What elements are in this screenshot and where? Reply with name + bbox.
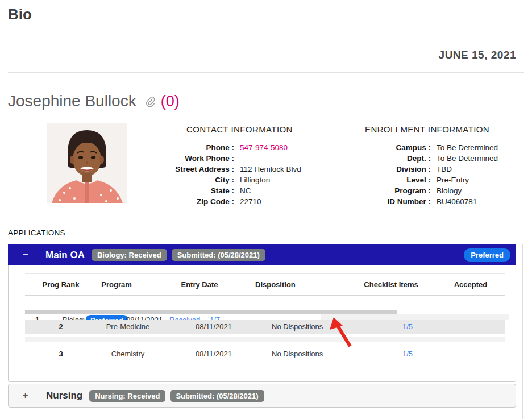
- field-label: Division :: [341, 164, 431, 175]
- status-badge: Biology: Received: [92, 249, 167, 261]
- field-label: City :: [159, 175, 234, 185]
- contact-info-heading: CONTACT INFORMATION: [186, 125, 293, 134]
- divider: [25, 273, 505, 274]
- enrollment-info-list: Campus : To Be Determined Dept. : To Be …: [341, 142, 498, 207]
- field-label: Zip Code :: [159, 196, 234, 207]
- row-program: Pre-Medicine: [106, 322, 150, 331]
- application-section-nursing[interactable]: + Nursing Nursing: Received Submitted: (…: [8, 384, 516, 408]
- field-value: To Be Determined: [431, 142, 498, 153]
- field-value: TBD: [431, 164, 498, 175]
- row-entry-date: 08/11/2021: [196, 322, 232, 331]
- enrollment-row-division: Division : TBD: [341, 164, 498, 175]
- field-value: BU4060781: [431, 196, 498, 207]
- row-program: Chemistry: [111, 350, 145, 358]
- submitted-badge: Submitted: (05/28/2021): [172, 249, 265, 261]
- section-title: Main OA: [45, 250, 85, 261]
- field-label: Level :: [341, 175, 431, 185]
- applications-heading: APPLICATIONS: [8, 229, 65, 237]
- enrollment-row-program: Program : Biology: [341, 185, 498, 196]
- col-header-prog-rank: Prog Rank: [42, 280, 79, 289]
- row-disposition: No Dispositions: [272, 350, 323, 358]
- contact-row-street: Street Address : 112 Hemlock Blvd: [159, 164, 301, 175]
- field-value: Biology: [431, 185, 498, 196]
- row-entry-date: 08/11/2021: [196, 350, 232, 358]
- field-value: [234, 153, 301, 164]
- contact-row-zip: Zip Code : 22710: [159, 196, 301, 207]
- table-row-pre-medicine[interactable]: 2 Pre-Medicine 08/11/2021 No Disposition…: [25, 320, 505, 334]
- field-value: NC: [234, 185, 301, 196]
- status-badge: Nursing: Received: [89, 390, 165, 402]
- field-value: To Be Determined: [431, 153, 498, 164]
- table-row-chemistry[interactable]: 3 Chemistry 08/11/2021 No Dispositions 1…: [25, 343, 505, 364]
- divider: [25, 295, 505, 296]
- enrollment-row-id-number: ID Number : BU4060781: [341, 196, 498, 207]
- contact-row-city: City : Lillington: [159, 175, 301, 185]
- row-highlight: [25, 337, 505, 342]
- field-label: ID Number :: [341, 196, 431, 207]
- enrollment-row-campus: Campus : To Be Determined: [341, 142, 498, 153]
- drag-cursor-arrow-icon: [329, 316, 352, 350]
- field-value: Lillington: [234, 175, 301, 185]
- row-disposition: No Dispositions: [272, 322, 323, 331]
- attachment-count-link[interactable]: (0): [161, 93, 180, 110]
- col-header-disposition: Disposition: [255, 280, 296, 289]
- col-header-accepted: Accepted: [454, 280, 488, 289]
- submitted-badge: Submitted: (05/28/2021): [170, 390, 264, 402]
- contact-row-state: State : NC: [159, 185, 301, 196]
- field-value: 22710: [234, 196, 301, 207]
- col-header-entry-date: Entry Date: [181, 280, 218, 289]
- col-header-program: Program: [101, 280, 131, 289]
- student-header: Josephine Bullock (0): [8, 92, 180, 110]
- expand-icon[interactable]: +: [23, 391, 33, 401]
- page-title: Bio: [8, 6, 32, 23]
- phone-link[interactable]: 547-974-5080: [240, 143, 288, 152]
- field-value: 112 Hemlock Blvd: [234, 164, 301, 175]
- student-name: Josephine Bullock: [8, 92, 136, 110]
- preferred-badge: Preferred: [464, 248, 510, 262]
- divider: [522, 244, 523, 419]
- col-header-checklist-items: Checklist Items: [364, 280, 418, 289]
- enrollment-info-heading: ENROLLMENT INFORMATION: [365, 125, 489, 134]
- collapse-icon[interactable]: −: [23, 250, 33, 261]
- enrollment-row-level: Level : Pre-Entry: [341, 175, 498, 185]
- contact-info-list: Phone : 547-974-5080 Work Phone : Street…: [159, 142, 301, 207]
- enrollment-row-dept: Dept. : To Be Determined: [341, 153, 498, 164]
- field-label: Dept. :: [341, 153, 431, 164]
- divider: [8, 72, 524, 73]
- field-label: State :: [159, 185, 234, 196]
- row-rank: 3: [59, 350, 63, 358]
- field-label: Street Address :: [159, 164, 234, 175]
- contact-row-phone: Phone : 547-974-5080: [159, 142, 301, 153]
- field-label: Work Phone :: [159, 153, 234, 164]
- student-photo: [47, 123, 127, 203]
- applications-table: Prog Rank Program Entry Date Disposition…: [8, 265, 516, 382]
- section-title: Nursing: [46, 390, 82, 401]
- report-date: JUNE 15, 2021: [439, 49, 516, 61]
- application-section-main-oa[interactable]: − Main OA Biology: Received Submitted: (…: [8, 244, 516, 265]
- checklist-link[interactable]: 1/5: [402, 350, 413, 358]
- contact-row-work-phone: Work Phone :: [159, 153, 301, 164]
- field-label: Program :: [341, 185, 431, 196]
- field-label: Phone :: [159, 142, 234, 153]
- field-value: Pre-Entry: [431, 175, 498, 185]
- field-label: Campus :: [341, 142, 431, 153]
- paperclip-icon[interactable]: [146, 97, 155, 110]
- row-rank: 2: [59, 322, 63, 331]
- checklist-link[interactable]: 1/5: [402, 322, 413, 331]
